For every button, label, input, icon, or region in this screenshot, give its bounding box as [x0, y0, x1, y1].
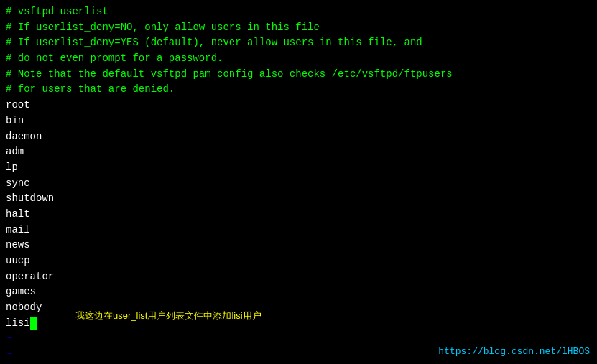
comment-line-3: # If userlist_deny=YES (default), never …	[6, 35, 591, 51]
user-news: news	[6, 238, 591, 253]
user-halt: halt	[6, 207, 591, 223]
user-lp: lp	[6, 160, 591, 176]
annotation-text: 我这边在user_list用户列表文件中添加lisi用户	[75, 309, 262, 322]
user-shutdown: shutdown	[6, 191, 591, 207]
tilde-line-1: ~	[6, 331, 591, 347]
user-operator: operator	[6, 269, 591, 285]
comment-line-1: # vsftpd userlist	[6, 4, 591, 20]
user-uucp: uucp	[6, 253, 591, 269]
user-mail: mail	[6, 223, 591, 238]
terminal: # vsftpd userlist # If userlist_deny=NO,…	[0, 0, 597, 364]
comment-line-5: # Note that the default vsftpd pam confi…	[6, 67, 591, 83]
user-games: games	[6, 284, 591, 300]
user-daemon: daemon	[6, 129, 591, 145]
comment-line-6: # for users that are denied.	[6, 82, 591, 98]
user-root: root	[6, 98, 591, 113]
user-adm: adm	[6, 144, 591, 160]
user-bin: bin	[6, 113, 591, 129]
user-lisi-text: lisi	[6, 316, 30, 332]
comment-line-2: # If userlist_deny=NO, only allow users …	[6, 20, 591, 36]
comment-line-4: # do not even prompt for a password.	[6, 51, 591, 67]
url-text: https://blog.csdn.net/lHBOS	[438, 346, 590, 357]
user-sync: sync	[6, 176, 591, 192]
text-cursor	[30, 317, 37, 330]
